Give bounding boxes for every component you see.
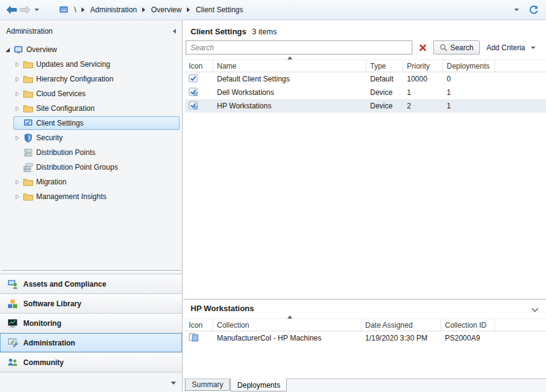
- back-arrow-icon: [6, 6, 17, 14]
- column-header-date-assigned[interactable]: Date Assigned: [362, 319, 441, 331]
- tab-deployments[interactable]: Deployments: [230, 379, 287, 391]
- breadcrumb-item-administration[interactable]: Administration: [90, 6, 137, 14]
- expander-collapsed-icon[interactable]: [15, 179, 20, 185]
- cell-priority: 1: [403, 88, 443, 97]
- list-row-hp-workstations[interactable]: HP Workstations Device 2 1: [185, 99, 546, 113]
- sidebar-item-software-library[interactable]: Software Library: [0, 294, 182, 314]
- sidebar-item-cloud-services[interactable]: Cloud Services: [0, 86, 182, 101]
- collapse-detail-pane-button[interactable]: [531, 306, 539, 314]
- sidebar-item-migration[interactable]: Migration: [0, 175, 182, 189]
- breadcrumb-item-overview[interactable]: Overview: [151, 6, 181, 14]
- expander-collapsed-icon[interactable]: [15, 135, 20, 141]
- sidebar-item-site-configuration[interactable]: Site Configuration: [0, 101, 182, 116]
- column-header-type[interactable]: Type: [366, 60, 403, 72]
- configure-buttons-chevron-icon[interactable]: [171, 382, 176, 385]
- sidebar-title: Administration: [6, 27, 53, 36]
- refresh-icon: [529, 5, 539, 15]
- column-header-icon[interactable]: Icon: [185, 60, 213, 72]
- cell-deployments: 0: [443, 75, 495, 83]
- list-row-default-client-settings[interactable]: Default Client Settings Default 10000 0: [185, 72, 546, 86]
- folder-icon: [23, 177, 33, 187]
- chevron-down-icon[interactable]: [514, 9, 519, 11]
- column-header-name[interactable]: Name: [213, 60, 366, 72]
- workspace-label: Monitoring: [23, 319, 61, 328]
- list-row-dell-workstations[interactable]: Dell Workstations Device 1 1: [185, 86, 546, 99]
- forward-button[interactable]: [18, 4, 32, 16]
- sidebar-item-distribution-points[interactable]: Distribution Points: [0, 145, 182, 160]
- column-header-collection[interactable]: Collection: [213, 319, 362, 331]
- add-criteria-button[interactable]: Add Criteria: [483, 40, 542, 55]
- folder-icon: [23, 59, 33, 69]
- sidebar-splitter[interactable]: [1, 270, 181, 272]
- expander-collapsed-icon[interactable]: [15, 77, 20, 82]
- sidebar-item-overview[interactable]: Overview: [0, 42, 182, 57]
- cell-collection-id: PS2000A9: [441, 334, 495, 342]
- client-settings-list: Icon Name Type Priority Deployments Defa…: [185, 59, 546, 113]
- cell-name: Default Client Settings: [213, 75, 366, 83]
- expander-collapsed-icon[interactable]: [15, 194, 20, 200]
- sccm-console-window: \ Administration Overview Client Setting…: [0, 0, 546, 392]
- sidebar-item-management-insights[interactable]: Management Insights: [0, 189, 182, 204]
- search-icon: [439, 43, 447, 51]
- search-input[interactable]: [186, 40, 412, 55]
- column-header-collection-id[interactable]: Collection ID: [441, 319, 495, 331]
- chevron-down-icon: [531, 47, 536, 49]
- console-node-icon: [59, 5, 69, 15]
- history-dropdown-icon[interactable]: [34, 9, 39, 11]
- distribution-point-group-icon: [23, 162, 33, 172]
- sidebar-item-security[interactable]: Security: [0, 130, 182, 145]
- navigation-toolbar: \ Administration Overview Client Setting…: [0, 0, 546, 20]
- column-header-filler: [495, 319, 546, 331]
- assets-and-compliance-icon: [7, 279, 18, 290]
- cell-priority: 2: [403, 102, 443, 110]
- breadcrumb: \ Administration Overview Client Setting…: [59, 5, 243, 15]
- cell-priority: 10000: [403, 75, 443, 83]
- expander-expanded-icon[interactable]: [5, 47, 10, 53]
- column-header-deployments[interactable]: Deployments: [443, 60, 495, 72]
- sidebar-item-label: Management Insights: [36, 192, 107, 201]
- cell-name: HP Workstations: [213, 102, 366, 110]
- sidebar-item-updates-and-servicing[interactable]: Updates and Servicing: [0, 57, 182, 72]
- administration-tree: Overview Updates and Servicing Hierarchy…: [0, 42, 182, 204]
- sidebar-item-distribution-point-groups[interactable]: Distribution Point Groups: [0, 160, 182, 175]
- expander-collapsed-icon[interactable]: [15, 62, 20, 67]
- back-button[interactable]: [5, 4, 18, 16]
- workspace-label: Administration: [23, 339, 75, 347]
- software-library-icon: [7, 298, 18, 309]
- tab-summary[interactable]: Summary: [185, 379, 230, 391]
- expander-collapsed-icon[interactable]: [15, 106, 20, 111]
- sidebar-item-label: Distribution Point Groups: [36, 163, 118, 172]
- sidebar-item-hierarchy-configuration[interactable]: Hierarchy Configuration: [0, 72, 182, 86]
- sidebar-item-label: Migration: [36, 178, 66, 186]
- client-settings-check-icon: [189, 88, 198, 96]
- sidebar-item-client-settings[interactable]: Client Settings: [0, 116, 182, 130]
- sidebar-item-community[interactable]: Community: [0, 353, 182, 372]
- sidebar-item-assets-and-compliance[interactable]: Assets and Compliance: [0, 274, 182, 294]
- sidebar-item-administration[interactable]: Administration: [0, 333, 182, 353]
- search-button[interactable]: Search: [433, 40, 480, 55]
- breadcrumb-item-client-settings[interactable]: Client Settings: [195, 6, 243, 14]
- detail-title: HP Workstations: [191, 304, 254, 313]
- detail-tabs: Summary Deployments: [183, 379, 546, 392]
- breadcrumb-root[interactable]: \: [74, 6, 76, 14]
- sidebar-item-label: Cloud Services: [36, 89, 86, 98]
- sidebar-item-monitoring[interactable]: Monitoring: [0, 314, 182, 333]
- clear-search-button[interactable]: [415, 40, 430, 55]
- distribution-point-icon: [23, 148, 33, 157]
- sidebar-item-label: Updates and Servicing: [36, 60, 110, 69]
- page-title: Client Settings 3 items: [191, 27, 277, 36]
- cell-collection: ManufacturerCol - HP Machines: [213, 334, 362, 342]
- refresh-button[interactable]: [529, 5, 539, 15]
- collapse-sidebar-icon[interactable]: [173, 29, 176, 34]
- sort-ascending-icon: [287, 56, 292, 59]
- column-header-icon[interactable]: Icon: [185, 319, 213, 331]
- list-header: Icon Name Type Priority Deployments: [185, 59, 546, 72]
- breadcrumb-separator-icon: [142, 7, 145, 12]
- column-header-priority[interactable]: Priority: [403, 60, 443, 72]
- cell-type: Device: [366, 88, 403, 97]
- search-button-label: Search: [450, 43, 474, 52]
- sort-ascending-icon: [287, 315, 292, 318]
- expander-collapsed-icon[interactable]: [15, 91, 20, 97]
- community-icon: [7, 357, 18, 368]
- deployment-row-manufacturercol[interactable]: ManufacturerCol - HP Machines 1/19/2020 …: [185, 331, 546, 345]
